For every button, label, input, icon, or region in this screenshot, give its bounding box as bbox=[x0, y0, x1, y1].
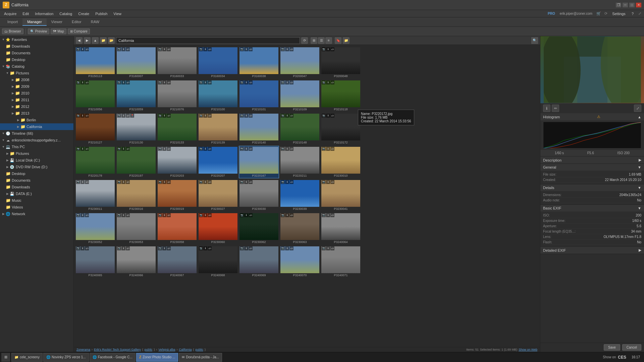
sidebar-dvd[interactable]: ▶ 💿 DVD RW Drive (D:) bbox=[0, 164, 73, 170]
sidebar-berlin[interactable]: ▶ 📁 Berlin bbox=[0, 117, 73, 123]
thumb-P3230053[interactable]: 📷ℹ🏷 P3230053 bbox=[116, 212, 156, 245]
thumb-P3210056[interactable]: 📷ℹ🏷 P3210056 bbox=[75, 79, 115, 112]
thumb-P3210059[interactable]: 📷ℹ🏷 P3210059 bbox=[116, 79, 156, 112]
path-input[interactable] bbox=[116, 37, 300, 44]
sidebar-item-documents[interactable]: 📁 Documents bbox=[0, 50, 73, 56]
thumb-P3220197[interactable]: 📷ℹ🏷 P3220197 bbox=[116, 146, 156, 178]
catalog-expander[interactable]: ▼ bbox=[1, 64, 5, 68]
menu-information[interactable]: Information bbox=[32, 11, 56, 16]
sidebar-year-2010[interactable]: ▶ 📁 2010 bbox=[0, 90, 73, 97]
thumb-P3160038[interactable]: 📷ℹ🏷 P3160038 bbox=[239, 46, 279, 79]
sidebar-year-2012[interactable]: ▶ 📁 2012 bbox=[0, 103, 73, 110]
thumb-P3210109[interactable]: 📷ℹ🏷 P3210109 bbox=[280, 79, 320, 112]
thumb-P3240068[interactable]: 📷ℹ🏷 P3240068 bbox=[198, 245, 238, 278]
thumb-P3220178[interactable]: 📷ℹ🏷 P3220178 bbox=[75, 146, 115, 178]
sidebar-documents2[interactable]: 📁 Documents bbox=[0, 177, 73, 184]
menu-acquire[interactable]: Acquire bbox=[1, 11, 19, 16]
california-public-link[interactable]: public bbox=[195, 348, 203, 351]
thumb-P3230041[interactable]: 📷ℹ🏷 P3230041 bbox=[321, 179, 361, 212]
taskbar-item-3[interactable]: Z Zoner Photo Studio ... bbox=[136, 353, 178, 362]
thumb-P3160007[interactable]: 📷ℹ🏷 P3160007 bbox=[116, 46, 156, 79]
thumb-P3240064[interactable]: 📷ℹ🏷 P3240064 bbox=[321, 212, 361, 245]
zonerama-link[interactable]: Zonerama bbox=[76, 348, 90, 351]
menu-create[interactable]: Create bbox=[75, 11, 92, 16]
thumb-P3240065[interactable]: 📷ℹ🏷 P3240065 bbox=[75, 245, 115, 278]
thumb-P3220211[interactable]: 📷ℹ🏷 P3220211 bbox=[280, 146, 320, 178]
details-header[interactable]: Details ▼ bbox=[540, 184, 644, 191]
close-button[interactable]: ✕ bbox=[636, 3, 641, 7]
map-button[interactable]: 🗺 Map bbox=[51, 28, 66, 34]
gallery-link[interactable]: Erik's Rockin' Tech Support Gallery bbox=[94, 348, 141, 351]
thumb-P3210127[interactable]: 📷ℹ🏷 P3210127 bbox=[75, 113, 115, 145]
thumb-P3210100[interactable]: 📷ℹ🏷 P3210100 bbox=[198, 79, 238, 112]
sidebar-item-desktop[interactable]: 📁 Desktop bbox=[0, 56, 73, 63]
thumb-P3220207[interactable]: 📷ℹ🏷 P3220207 bbox=[198, 146, 238, 178]
histogram-collapse-icon[interactable]: ▲ bbox=[638, 115, 641, 119]
folder3-button[interactable]: 📁 bbox=[343, 37, 350, 44]
thumb-P3220203[interactable]: 📷ℹ🏷 P3220203 bbox=[157, 146, 197, 178]
general-expand-icon[interactable]: ▼ bbox=[638, 165, 641, 169]
sidebar-downloads2[interactable]: 📁 Downloads bbox=[0, 184, 73, 190]
sidebar-year-2009[interactable]: ▶ 📁 2009 bbox=[0, 83, 73, 90]
gallery-public-link[interactable]: public bbox=[145, 348, 153, 351]
sidebar-data[interactable]: ▶ 💾 DATA (E:) bbox=[0, 190, 73, 197]
tab-viewer[interactable]: Viewer bbox=[47, 18, 67, 26]
preview-button[interactable]: 🔍 Preview bbox=[28, 28, 50, 34]
view-grid-button[interactable]: ⊞ bbox=[311, 37, 317, 44]
description-expand-icon[interactable]: ▶ bbox=[639, 158, 641, 162]
thumb-P3210148[interactable]: 📷ℹ🏷 P3210148 bbox=[280, 113, 320, 145]
sidebar-network[interactable]: ▶ 🌐 Network bbox=[0, 210, 73, 217]
compare-button[interactable]: ⊞ Compare bbox=[68, 28, 90, 34]
taskbar-item-4[interactable]: ✉ Doručená pošta - Ja... bbox=[179, 353, 222, 362]
settings-menu[interactable]: Settings bbox=[609, 11, 628, 16]
cart-icon[interactable]: 🛒 bbox=[595, 11, 602, 16]
start-button[interactable]: ⊞ bbox=[1, 353, 10, 362]
show-on-web-link[interactable]: Show on Web bbox=[519, 348, 537, 351]
folder-button[interactable]: 📁 bbox=[100, 37, 107, 44]
sidebar-desktop2[interactable]: 📁 Desktop bbox=[0, 170, 73, 177]
expand-icon[interactable]: ⤢ bbox=[637, 11, 643, 16]
search-button[interactable]: 🔍 bbox=[531, 37, 538, 44]
thumb-P3230039[interactable]: 📷ℹ🏷 P3230039 bbox=[280, 179, 320, 212]
up-button[interactable]: ▲ bbox=[92, 37, 99, 44]
sidebar-music[interactable]: 📁 Music bbox=[0, 197, 73, 204]
restore-button[interactable]: ❐ bbox=[616, 3, 621, 7]
sync-icon[interactable]: ⟳ bbox=[603, 11, 609, 16]
info-panel-button[interactable]: ℹ bbox=[543, 105, 550, 112]
sidebar-california[interactable]: ▶ 📁 California bbox=[0, 123, 73, 130]
view-detail-button[interactable]: ≡ bbox=[325, 37, 332, 44]
sidebar-year-2011[interactable]: ▶ 📁 2011 bbox=[0, 97, 73, 103]
forward-button[interactable]: ▶ bbox=[84, 37, 91, 44]
detailedexif-expand-icon[interactable]: ▶ bbox=[639, 248, 641, 252]
thumb-P3230011[interactable]: 📷ℹ🏷 P3230011 bbox=[75, 179, 115, 212]
thumb-P3210140[interactable]: 📷ℹ🏷 P3210140 bbox=[239, 113, 279, 145]
thumb-P3210130[interactable]: 📷ℹ🏷📍 P3210130 bbox=[116, 113, 156, 145]
menu-catalog[interactable]: Catalog bbox=[57, 11, 75, 16]
thumb-P3230052[interactable]: 📷ℹ🏷 P3230052 bbox=[75, 212, 115, 245]
back-button[interactable]: ◀ bbox=[76, 37, 83, 44]
histogram-header[interactable]: Histogram ⚠ ▲ bbox=[540, 113, 644, 120]
maximize-button[interactable]: □ bbox=[629, 3, 635, 7]
sidebar-eriks[interactable]: ▼ ☁ eriksrockintechsupportgallery.zo... bbox=[0, 137, 73, 143]
tab-editor[interactable]: Editor bbox=[67, 18, 86, 26]
thumb-P3200048[interactable]: 📷ℹ🏷 P3200048 bbox=[321, 46, 361, 79]
thumb-P3210172[interactable]: 📷ℹ🏷 P3210172 Name: P3220172.jpg File siz… bbox=[321, 113, 361, 145]
browser-button[interactable]: 🗂 Browser bbox=[2, 28, 23, 34]
cancel-button[interactable]: Cancel bbox=[622, 344, 641, 351]
help-menu[interactable]: ? bbox=[629, 11, 636, 16]
details-expand-icon[interactable]: ▼ bbox=[638, 186, 641, 190]
sidebar-thispc[interactable]: ▼ 💻 This PC bbox=[0, 143, 73, 150]
save-button[interactable]: Save bbox=[604, 344, 620, 351]
thumb-P3200047[interactable]: 📷ℹ🏷 P3200047 bbox=[280, 46, 320, 79]
detailedexif-header[interactable]: Detailed EXIF ▶ bbox=[540, 247, 644, 254]
sidebar-videos[interactable]: 📁 Videos bbox=[0, 204, 73, 210]
thumb-P3230063[interactable]: 📷ℹ🏷 P3230063 bbox=[280, 212, 320, 245]
thumb-P3220167[interactable]: 📷ℹ🏷 P3220167 bbox=[239, 146, 279, 178]
taskbar-item-1[interactable]: 🌐 Novinky ZPS verze 1... bbox=[43, 353, 89, 362]
menu-view[interactable]: View bbox=[111, 11, 124, 16]
thumb-P3230062[interactable]: 📷ℹ🏷 P3230062 bbox=[239, 212, 279, 245]
california-link[interactable]: California bbox=[179, 348, 192, 351]
thumb-P3240069[interactable]: 📷ℹ🏷 P3240069 bbox=[239, 245, 279, 278]
sidebar-catalog-header[interactable]: ▼ 📚 Catalog bbox=[0, 63, 73, 70]
basicexif-expand-icon[interactable]: ▼ bbox=[638, 206, 641, 210]
